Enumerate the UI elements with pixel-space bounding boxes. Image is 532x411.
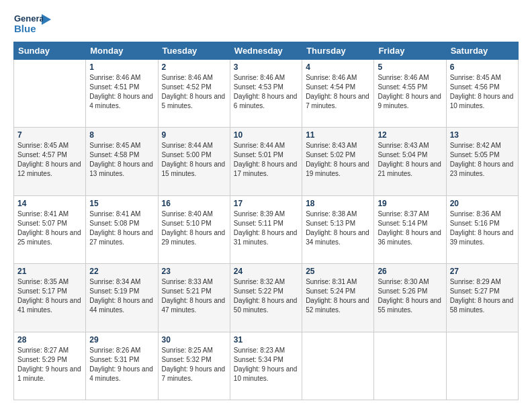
list-item: 13Sunrise: 8:42 AMSunset: 5:05 PMDayligh…: [446, 128, 518, 195]
day-info: Sunrise: 8:41 AMSunset: 5:07 PMDaylight:…: [17, 210, 82, 247]
day-info: Sunrise: 8:30 AMSunset: 5:26 PMDaylight:…: [378, 277, 442, 315]
day-info: Sunrise: 8:29 AMSunset: 5:27 PMDaylight:…: [450, 277, 515, 315]
day-number: 29: [89, 335, 154, 345]
list-item: 23Sunrise: 8:33 AMSunset: 5:21 PMDayligh…: [158, 264, 230, 332]
day-info: Sunrise: 8:46 AMSunset: 4:53 PMDaylight:…: [234, 73, 298, 111]
day-info: Sunrise: 8:31 AMSunset: 5:24 PMDaylight:…: [306, 277, 370, 315]
list-item: 1Sunrise: 8:46 AMSunset: 4:51 PMDaylight…: [86, 60, 158, 128]
day-number: 7: [17, 130, 82, 140]
table-row: 1Sunrise: 8:46 AMSunset: 4:51 PMDaylight…: [14, 60, 519, 128]
list-item: 5Sunrise: 8:46 AMSunset: 4:55 PMDaylight…: [374, 60, 446, 128]
day-info: Sunrise: 8:45 AMSunset: 4:57 PMDaylight:…: [17, 141, 82, 179]
day-info: Sunrise: 8:43 AMSunset: 5:02 PMDaylight:…: [306, 141, 370, 179]
day-number: 4: [306, 62, 370, 72]
day-number: 10: [234, 130, 298, 140]
day-number: 27: [450, 267, 515, 276]
list-item: 4Sunrise: 8:46 AMSunset: 4:54 PMDaylight…: [302, 60, 374, 128]
list-item: 2Sunrise: 8:46 AMSunset: 4:52 PMDaylight…: [158, 60, 230, 128]
day-number: 23: [162, 267, 226, 276]
list-item: 9Sunrise: 8:44 AMSunset: 5:00 PMDaylight…: [158, 128, 230, 195]
day-number: 1: [89, 62, 154, 72]
list-item: 18Sunrise: 8:38 AMSunset: 5:13 PMDayligh…: [302, 195, 374, 263]
list-item: 25Sunrise: 8:31 AMSunset: 5:24 PMDayligh…: [302, 264, 374, 332]
list-item: [374, 332, 446, 400]
list-item: 21Sunrise: 8:35 AMSunset: 5:17 PMDayligh…: [14, 264, 86, 332]
day-info: Sunrise: 8:35 AMSunset: 5:17 PMDaylight:…: [17, 277, 82, 315]
day-number: 31: [234, 335, 298, 345]
day-number: 3: [234, 62, 298, 72]
day-number: 18: [306, 199, 370, 208]
col-monday: Monday: [86, 42, 158, 60]
day-info: Sunrise: 8:45 AMSunset: 4:56 PMDaylight:…: [450, 73, 515, 111]
day-number: 9: [162, 130, 226, 140]
day-info: Sunrise: 8:39 AMSunset: 5:11 PMDaylight:…: [234, 210, 298, 247]
col-tuesday: Tuesday: [158, 42, 230, 60]
list-item: [14, 60, 86, 128]
list-item: 24Sunrise: 8:32 AMSunset: 5:22 PMDayligh…: [230, 264, 302, 332]
table-row: 28Sunrise: 8:27 AMSunset: 5:29 PMDayligh…: [14, 332, 519, 400]
day-info: Sunrise: 8:46 AMSunset: 4:54 PMDaylight:…: [306, 73, 370, 111]
day-number: 8: [89, 130, 154, 140]
day-info: Sunrise: 8:36 AMSunset: 5:16 PMDaylight:…: [450, 210, 515, 247]
day-info: Sunrise: 8:26 AMSunset: 5:31 PMDaylight:…: [89, 346, 154, 383]
day-info: Sunrise: 8:46 AMSunset: 4:51 PMDaylight:…: [89, 73, 154, 111]
list-item: 31Sunrise: 8:23 AMSunset: 5:34 PMDayligh…: [230, 332, 302, 400]
list-item: 10Sunrise: 8:44 AMSunset: 5:01 PMDayligh…: [230, 128, 302, 195]
col-friday: Friday: [374, 42, 446, 60]
day-info: Sunrise: 8:44 AMSunset: 5:00 PMDaylight:…: [162, 141, 226, 179]
table-row: 21Sunrise: 8:35 AMSunset: 5:17 PMDayligh…: [14, 264, 519, 332]
day-info: Sunrise: 8:34 AMSunset: 5:19 PMDaylight:…: [89, 277, 154, 315]
day-number: 28: [17, 335, 82, 345]
list-item: 26Sunrise: 8:30 AMSunset: 5:26 PMDayligh…: [374, 264, 446, 332]
day-info: Sunrise: 8:33 AMSunset: 5:21 PMDaylight:…: [162, 277, 226, 315]
day-info: Sunrise: 8:23 AMSunset: 5:34 PMDaylight:…: [234, 346, 298, 383]
list-item: 28Sunrise: 8:27 AMSunset: 5:29 PMDayligh…: [14, 332, 86, 400]
day-info: Sunrise: 8:38 AMSunset: 5:13 PMDaylight:…: [306, 210, 370, 247]
day-number: 11: [306, 130, 370, 140]
day-number: 14: [17, 199, 82, 208]
day-info: Sunrise: 8:37 AMSunset: 5:14 PMDaylight:…: [378, 210, 442, 247]
list-item: 17Sunrise: 8:39 AMSunset: 5:11 PMDayligh…: [230, 195, 302, 263]
list-item: 30Sunrise: 8:25 AMSunset: 5:32 PMDayligh…: [158, 332, 230, 400]
day-number: 16: [162, 199, 226, 208]
list-item: 20Sunrise: 8:36 AMSunset: 5:16 PMDayligh…: [446, 195, 518, 263]
list-item: 8Sunrise: 8:45 AMSunset: 4:58 PMDaylight…: [86, 128, 158, 195]
col-sunday: Sunday: [14, 42, 86, 60]
day-number: 19: [378, 199, 442, 208]
list-item: [446, 332, 518, 400]
day-number: 21: [17, 267, 82, 276]
list-item: 27Sunrise: 8:29 AMSunset: 5:27 PMDayligh…: [446, 264, 518, 332]
list-item: 12Sunrise: 8:43 AMSunset: 5:04 PMDayligh…: [374, 128, 446, 195]
list-item: 7Sunrise: 8:45 AMSunset: 4:57 PMDaylight…: [14, 128, 86, 195]
list-item: 15Sunrise: 8:41 AMSunset: 5:08 PMDayligh…: [86, 195, 158, 263]
list-item: 14Sunrise: 8:41 AMSunset: 5:07 PMDayligh…: [14, 195, 86, 263]
day-info: Sunrise: 8:46 AMSunset: 4:52 PMDaylight:…: [162, 73, 226, 111]
list-item: 6Sunrise: 8:45 AMSunset: 4:56 PMDaylight…: [446, 60, 518, 128]
list-item: 3Sunrise: 8:46 AMSunset: 4:53 PMDaylight…: [230, 60, 302, 128]
day-number: 22: [89, 267, 154, 276]
table-row: 7Sunrise: 8:45 AMSunset: 4:57 PMDaylight…: [14, 128, 519, 195]
day-number: 24: [234, 267, 298, 276]
col-saturday: Saturday: [446, 42, 518, 60]
logo: General Blue: [13, 11, 51, 35]
day-info: Sunrise: 8:25 AMSunset: 5:32 PMDaylight:…: [162, 346, 226, 383]
day-number: 15: [89, 199, 154, 208]
header: General Blue: [13, 11, 519, 35]
day-number: 2: [162, 62, 226, 72]
day-number: 26: [378, 267, 442, 276]
day-number: 17: [234, 199, 298, 208]
day-info: Sunrise: 8:45 AMSunset: 4:58 PMDaylight:…: [89, 141, 154, 179]
day-info: Sunrise: 8:42 AMSunset: 5:05 PMDaylight:…: [450, 141, 515, 179]
day-number: 25: [306, 267, 370, 276]
day-info: Sunrise: 8:41 AMSunset: 5:08 PMDaylight:…: [89, 210, 154, 247]
list-item: 19Sunrise: 8:37 AMSunset: 5:14 PMDayligh…: [374, 195, 446, 263]
table-row: 14Sunrise: 8:41 AMSunset: 5:07 PMDayligh…: [14, 195, 519, 263]
day-info: Sunrise: 8:40 AMSunset: 5:10 PMDaylight:…: [162, 210, 226, 247]
day-info: Sunrise: 8:32 AMSunset: 5:22 PMDaylight:…: [234, 277, 298, 315]
list-item: 29Sunrise: 8:26 AMSunset: 5:31 PMDayligh…: [86, 332, 158, 400]
day-info: Sunrise: 8:44 AMSunset: 5:01 PMDaylight:…: [234, 141, 298, 179]
list-item: 11Sunrise: 8:43 AMSunset: 5:02 PMDayligh…: [302, 128, 374, 195]
day-info: Sunrise: 8:46 AMSunset: 4:55 PMDaylight:…: [378, 73, 442, 111]
svg-text:Blue: Blue: [14, 23, 36, 34]
calendar-table: Sunday Monday Tuesday Wednesday Thursday…: [13, 42, 519, 400]
